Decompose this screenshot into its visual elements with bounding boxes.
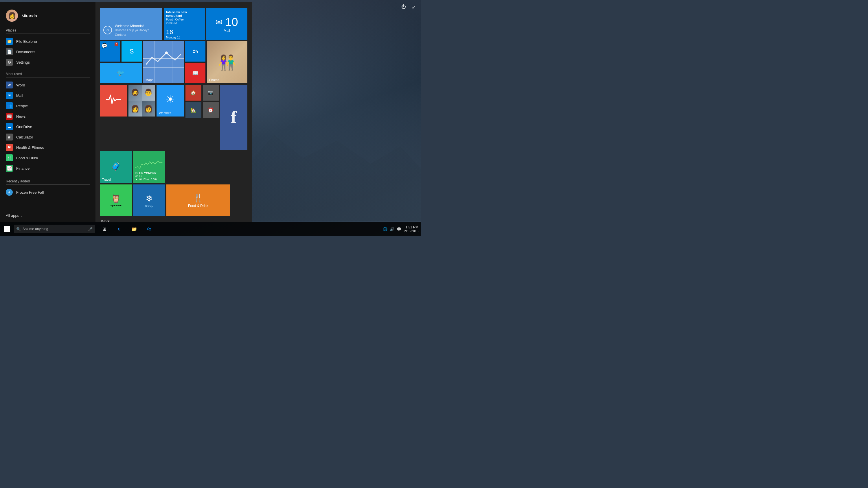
- most-used-label: Most used: [0, 70, 95, 77]
- taskbar-app-store[interactable]: 🛍: [142, 222, 156, 236]
- tile-camera[interactable]: 📷: [203, 85, 219, 101]
- tile-tripadvisor[interactable]: 🦉 tripadvisor: [100, 185, 132, 216]
- calendar-day: Monday 16: [166, 36, 203, 39]
- finance-label: Finance: [16, 166, 30, 170]
- tile-people[interactable]: 🧔 👨 👩 👩: [128, 85, 155, 117]
- tile-mail[interactable]: ✉ 10 Mail: [206, 8, 247, 40]
- microphone-icon[interactable]: 🎤: [88, 227, 93, 231]
- stock-chart-icon: [135, 158, 163, 171]
- taskbar-app-task-view[interactable]: ⊞: [97, 222, 111, 236]
- file-explorer-label: File Explorer: [16, 39, 37, 44]
- network-icon[interactable]: 🌐: [383, 227, 388, 231]
- cortana-label: Cortana: [115, 33, 149, 36]
- tile-flipboard[interactable]: 📖: [185, 63, 206, 83]
- tile-maps[interactable]: Maps: [143, 41, 184, 83]
- sidebar-item-food-drink[interactable]: 🍴 Food & Drink: [0, 153, 95, 163]
- people-icon: 👥: [6, 102, 13, 109]
- power-button[interactable]: ⏻: [401, 4, 406, 10]
- sidebar-item-settings[interactable]: ⚙ Settings: [0, 57, 95, 67]
- food-drink-label: Food & Drink: [16, 156, 38, 160]
- tile-store[interactable]: 🛍: [185, 41, 206, 62]
- documents-icon: 📄: [6, 48, 13, 55]
- calculator-label: Calculator: [16, 135, 33, 139]
- recently-added-divider: [6, 185, 90, 185]
- finance-icon: 📈: [6, 165, 13, 172]
- most-used-divider: [6, 77, 90, 77]
- date-display: 2/16/2015: [404, 229, 418, 233]
- avatar: 👩: [6, 9, 18, 22]
- action-center-icon[interactable]: 💬: [397, 227, 401, 231]
- onedrive-label: OneDrive: [16, 125, 32, 129]
- food-drink-icon: 🍴: [6, 154, 13, 161]
- taskbar-right: 🌐 🔊 💬 1:31 PM 2/16/2015: [383, 225, 421, 233]
- tiles-panel: ○ Welcome Miranda! How can I help you to…: [95, 2, 252, 222]
- start-menu: 👩 Miranda Places 📁 File Explorer 📄 Docum…: [0, 2, 252, 222]
- tile-food-drink[interactable]: 🍴 Food & Drink: [166, 185, 230, 216]
- tile-home[interactable]: 🏡: [185, 102, 202, 118]
- tile-facebook[interactable]: f: [220, 85, 247, 150]
- start-button[interactable]: [0, 222, 14, 236]
- calendar-event: Interview new consultant: [166, 10, 203, 18]
- volume-icon[interactable]: 🔊: [390, 227, 394, 231]
- taskbar-apps: ⊞ e 📁 🛍: [97, 222, 156, 236]
- people-label: People: [16, 104, 28, 108]
- disney-frozen-icon: ❄ Disney: [133, 185, 165, 216]
- search-bar[interactable]: 🔍 Ask me anything 🎤: [14, 225, 95, 233]
- work-section: Work W P N X B #: [100, 219, 247, 222]
- tile-news[interactable]: 🏠: [185, 85, 202, 101]
- food-drink-tile-icon: 🍴: [193, 193, 204, 203]
- sidebar-item-word[interactable]: W Word: [0, 80, 95, 90]
- places-label: Places: [0, 26, 95, 34]
- people-photo-collage: 🧔 👨 👩 👩: [128, 85, 155, 117]
- tile-skype[interactable]: S: [122, 41, 142, 62]
- tile-alarm[interactable]: ⏰: [203, 102, 219, 118]
- all-apps-button[interactable]: All apps ↓: [6, 214, 23, 218]
- sidebar-item-health-fitness[interactable]: ❤ Health & Fitness: [0, 142, 95, 153]
- taskbar: 🔍 Ask me anything 🎤 ⊞ e 📁 🛍 🌐 🔊 💬 1:31 P…: [0, 222, 421, 236]
- sidebar-item-documents[interactable]: 📄 Documents: [0, 46, 95, 57]
- cortana-greeting: Welcome Miranda!: [115, 24, 149, 29]
- tripadvisor-icon: 🦉 tripadvisor: [100, 185, 132, 216]
- sidebar-item-onedrive[interactable]: ☁ OneDrive: [0, 122, 95, 132]
- tile-health-fitness[interactable]: [100, 85, 127, 117]
- resize-button[interactable]: ⤢: [412, 4, 415, 10]
- tile-calendar[interactable]: Interview new consultant Fourth Coffee 2…: [164, 8, 205, 40]
- file-explorer-icon: 📁: [6, 38, 13, 45]
- sidebar-item-frozen-free-fall[interactable]: ❄ Frozen Free Fall: [0, 187, 95, 197]
- mail-tile-label: Mail: [224, 29, 230, 33]
- all-apps-arrow-icon: ↓: [21, 214, 23, 218]
- food-drink-tile-label: Food & Drink: [188, 204, 208, 208]
- user-section[interactable]: 👩 Miranda: [0, 7, 95, 26]
- taskbar-app-ie[interactable]: e: [112, 222, 126, 236]
- sidebar-item-people[interactable]: 👥 People: [0, 101, 95, 111]
- tile-weather[interactable]: ☀ Weather: [157, 85, 184, 117]
- sidebar-item-mail[interactable]: ✉ Mail: [0, 90, 95, 101]
- weather-label: Weather: [159, 111, 171, 115]
- calculator-icon: #: [6, 134, 13, 140]
- sidebar-item-file-explorer[interactable]: 📁 File Explorer: [0, 36, 95, 46]
- weather-icon: ☀: [165, 93, 175, 105]
- all-apps-label: All apps: [6, 214, 19, 218]
- taskbar-app-file-explorer[interactable]: 📁: [127, 222, 141, 236]
- news-icon: 📰: [6, 113, 13, 120]
- sidebar-item-finance[interactable]: 📈 Finance: [0, 163, 95, 173]
- stocks-info: BLUE YONDER 80.81 ▲ +0.10% (+0.08): [135, 172, 163, 181]
- sidebar-item-calculator[interactable]: # Calculator: [0, 132, 95, 142]
- tile-twitter[interactable]: 🐦: [100, 63, 142, 83]
- tile-stocks[interactable]: BLUE YONDER 80.81 ▲ +0.10% (+0.08): [133, 151, 165, 183]
- tile-photos[interactable]: 👫 Photos: [207, 41, 247, 83]
- frozen-label: Frozen Free Fall: [16, 190, 44, 195]
- tile-cortana[interactable]: ○ Welcome Miranda! How can I help you to…: [100, 8, 162, 40]
- svg-rect-7: [7, 226, 10, 229]
- tile-messaging[interactable]: 💬 5: [100, 41, 120, 62]
- tile-disney-frozen[interactable]: ❄ Disney: [133, 185, 165, 216]
- health-icon: [106, 94, 121, 105]
- recently-added-label: Recently added: [0, 177, 95, 185]
- health-fitness-label: Health & Fitness: [16, 145, 44, 150]
- sidebar-item-news[interactable]: 📰 News: [0, 111, 95, 122]
- clock: 1:31 PM 2/16/2015: [404, 225, 418, 233]
- svg-point-5: [165, 52, 168, 54]
- tile-travel[interactable]: 🧳 Travel: [100, 151, 132, 183]
- documents-label: Documents: [16, 50, 35, 54]
- mail-label: Mail: [16, 93, 23, 98]
